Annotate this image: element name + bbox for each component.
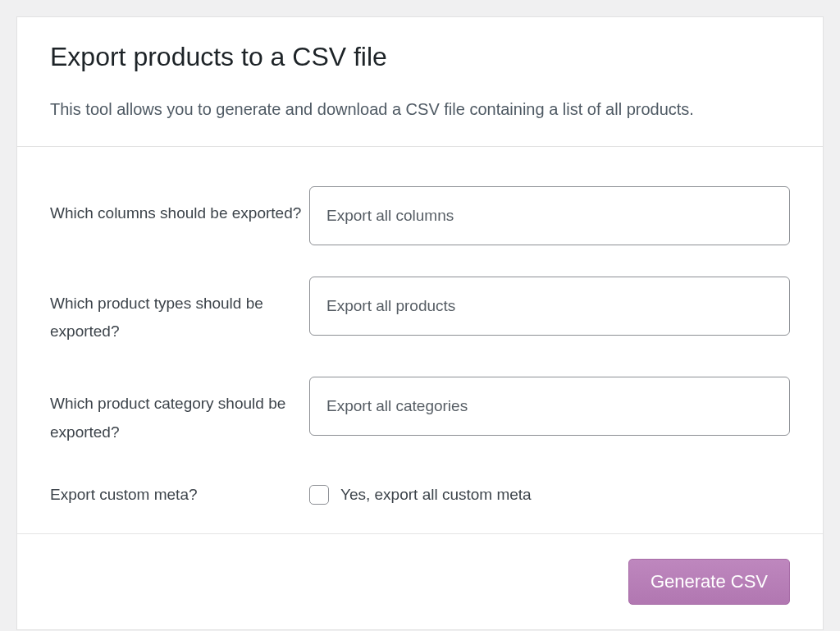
row-columns: Which columns should be exported? Export… xyxy=(50,186,790,245)
columns-label: Which columns should be exported? xyxy=(50,204,301,222)
row-category: Which product category should be exporte… xyxy=(50,377,790,446)
page-description: This tool allows you to generate and dow… xyxy=(50,97,790,121)
page-title: Export products to a CSV file xyxy=(50,42,790,72)
category-label-col: Which product category should be exporte… xyxy=(50,377,309,446)
category-select[interactable]: Export all categories xyxy=(309,377,790,436)
header-section: Export products to a CSV file This tool … xyxy=(17,17,823,147)
meta-checkbox[interactable] xyxy=(309,485,329,505)
meta-label-col: Export custom meta? xyxy=(50,481,309,509)
meta-label: Export custom meta? xyxy=(50,486,198,503)
meta-checkbox-wrap[interactable]: Yes, export all custom meta xyxy=(309,485,790,505)
meta-checkbox-label: Yes, export all custom meta xyxy=(340,486,532,504)
types-field-col: Export all products xyxy=(309,277,790,336)
row-meta: Export custom meta? Yes, export all cust… xyxy=(50,481,790,509)
form-body: Which columns should be exported? Export… xyxy=(17,147,823,533)
row-types: Which product types should be exported? … xyxy=(50,277,790,345)
columns-label-col: Which columns should be exported? xyxy=(50,186,309,227)
types-label-col: Which product types should be exported? xyxy=(50,277,309,345)
columns-select[interactable]: Export all columns xyxy=(309,186,790,245)
generate-csv-button[interactable]: Generate CSV xyxy=(628,559,790,605)
columns-field-col: Export all columns xyxy=(309,186,790,245)
meta-field-col: Yes, export all custom meta xyxy=(309,485,790,505)
types-placeholder: Export all products xyxy=(326,297,455,315)
category-placeholder: Export all categories xyxy=(326,397,468,415)
export-card: Export products to a CSV file This tool … xyxy=(16,16,824,630)
types-label: Which product types should be exported? xyxy=(50,295,263,340)
category-field-col: Export all categories xyxy=(309,377,790,436)
footer-section: Generate CSV xyxy=(17,533,823,629)
category-label: Which product category should be exporte… xyxy=(50,395,285,440)
types-select[interactable]: Export all products xyxy=(309,277,790,336)
columns-placeholder: Export all columns xyxy=(326,207,454,225)
